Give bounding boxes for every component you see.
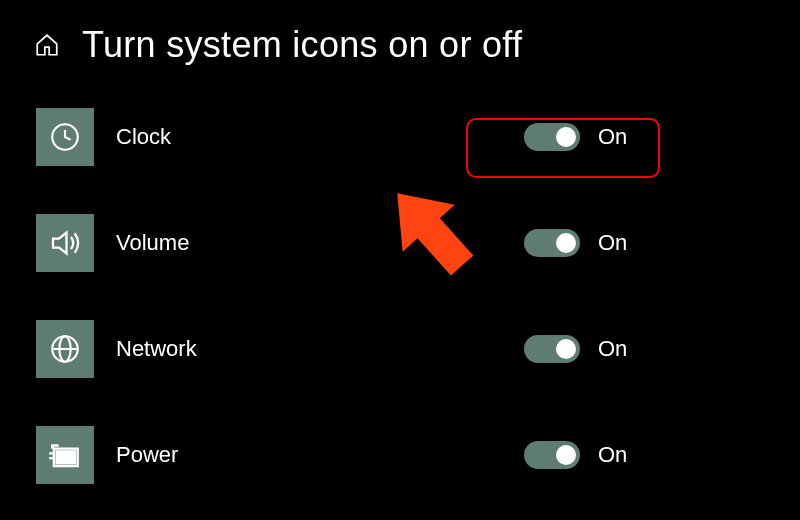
toggle-area-volume: On (524, 229, 627, 257)
icon-square-network (36, 320, 94, 378)
icon-label-network: Network (116, 336, 197, 362)
page-title: Turn system icons on or off (82, 24, 522, 66)
icon-label-clock: Clock (116, 124, 171, 150)
icon-square-volume (36, 214, 94, 272)
toggle-area-power: On (524, 441, 627, 469)
header: Turn system icons on or off (0, 0, 800, 78)
globe-icon (48, 332, 82, 366)
toggle-label-power: On (598, 442, 627, 468)
clock-icon (48, 120, 82, 154)
icon-row-clock: Clock On (36, 108, 800, 166)
icon-row-volume: Volume On (36, 214, 800, 272)
toggle-label-clock: On (598, 124, 627, 150)
power-icon (46, 436, 84, 474)
toggle-label-volume: On (598, 230, 627, 256)
speaker-icon (47, 225, 83, 261)
icon-label-power: Power (116, 442, 178, 468)
icon-square-clock (36, 108, 94, 166)
svg-rect-3 (56, 450, 77, 464)
home-icon[interactable] (34, 32, 60, 58)
toggle-area-network: On (524, 335, 627, 363)
icon-list: Clock On Volume On Netwo (0, 78, 800, 484)
toggle-area-clock: On (524, 123, 627, 151)
icon-label-volume: Volume (116, 230, 189, 256)
icon-row-power: Power On (36, 426, 800, 484)
toggle-power[interactable] (524, 441, 580, 469)
icon-square-power (36, 426, 94, 484)
toggle-clock[interactable] (524, 123, 580, 151)
icon-row-network: Network On (36, 320, 800, 378)
toggle-network[interactable] (524, 335, 580, 363)
toggle-volume[interactable] (524, 229, 580, 257)
toggle-label-network: On (598, 336, 627, 362)
